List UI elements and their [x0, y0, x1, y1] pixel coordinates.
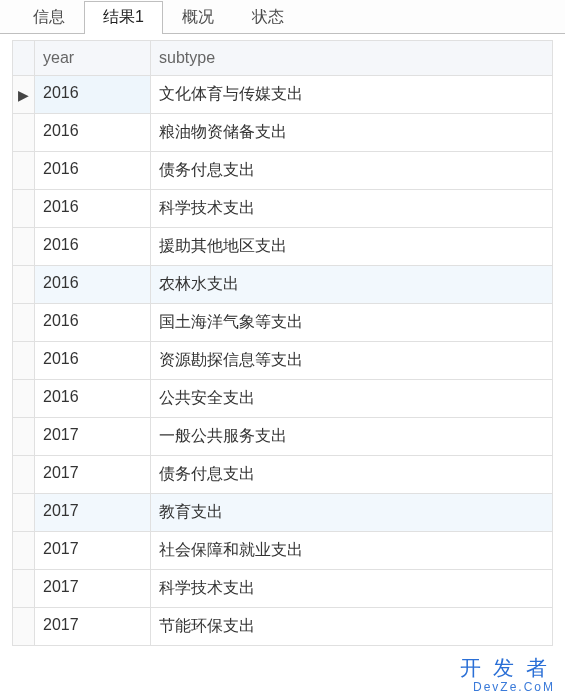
row-indicator [13, 152, 35, 189]
tab-status[interactable]: 状态 [233, 1, 303, 34]
table-row[interactable]: 2016 援助其他地区支出 [13, 228, 553, 266]
row-indicator [13, 494, 35, 531]
row-indicator [13, 608, 35, 645]
cell-subtype[interactable]: 社会保障和就业支出 [151, 532, 553, 569]
current-row-indicator-icon: ▶ [13, 76, 35, 113]
table-row[interactable]: 2017 债务付息支出 [13, 456, 553, 494]
cell-year[interactable]: 2016 [35, 266, 151, 303]
cell-subtype[interactable]: 援助其他地区支出 [151, 228, 553, 265]
cell-year[interactable]: 2017 [35, 456, 151, 493]
row-indicator [13, 456, 35, 493]
watermark-main: 开发者 [460, 656, 559, 679]
table-row[interactable]: 2017 科学技术支出 [13, 570, 553, 608]
cell-year[interactable]: 2016 [35, 76, 151, 113]
table-row[interactable]: 2016 国土海洋气象等支出 [13, 304, 553, 342]
table-row[interactable]: 2017 一般公共服务支出 [13, 418, 553, 456]
tab-info[interactable]: 信息 [14, 1, 84, 34]
cell-year[interactable]: 2017 [35, 532, 151, 569]
tab-overview[interactable]: 概况 [163, 1, 233, 34]
cell-subtype[interactable]: 资源勘探信息等支出 [151, 342, 553, 379]
cell-year[interactable]: 2016 [35, 190, 151, 227]
cell-subtype[interactable]: 公共安全支出 [151, 380, 553, 417]
cell-year[interactable]: 2017 [35, 494, 151, 531]
table-row[interactable]: 2016 科学技术支出 [13, 190, 553, 228]
table-row[interactable]: 2017 教育支出 [13, 494, 553, 532]
table-row[interactable]: 2017 社会保障和就业支出 [13, 532, 553, 570]
result-grid: year subtype ▶ 2016 文化体育与传媒支出 2016 粮油物资储… [12, 40, 553, 646]
column-header-subtype[interactable]: subtype [151, 41, 553, 75]
cell-subtype[interactable]: 节能环保支出 [151, 608, 553, 645]
cell-subtype[interactable]: 债务付息支出 [151, 152, 553, 189]
cell-year[interactable]: 2017 [35, 570, 151, 607]
row-indicator [13, 114, 35, 151]
table-row[interactable]: 2017 节能环保支出 [13, 608, 553, 646]
cell-year[interactable]: 2016 [35, 342, 151, 379]
watermark: 开发者 DevZe.CoM [460, 654, 559, 694]
table-row[interactable]: 2016 粮油物资储备支出 [13, 114, 553, 152]
cell-subtype[interactable]: 债务付息支出 [151, 456, 553, 493]
cell-year[interactable]: 2016 [35, 380, 151, 417]
column-header-year[interactable]: year [35, 41, 151, 75]
cell-subtype[interactable]: 科学技术支出 [151, 190, 553, 227]
cell-year[interactable]: 2017 [35, 418, 151, 455]
cell-subtype[interactable]: 科学技术支出 [151, 570, 553, 607]
watermark-sub: DevZe.CoM [460, 680, 559, 694]
table-row[interactable]: 2016 公共安全支出 [13, 380, 553, 418]
row-indicator [13, 418, 35, 455]
table-row[interactable]: ▶ 2016 文化体育与传媒支出 [13, 76, 553, 114]
cell-year[interactable]: 2016 [35, 304, 151, 341]
row-indicator [13, 532, 35, 569]
table-row[interactable]: 2016 债务付息支出 [13, 152, 553, 190]
cell-subtype[interactable]: 国土海洋气象等支出 [151, 304, 553, 341]
row-indicator [13, 342, 35, 379]
cell-subtype[interactable]: 粮油物资储备支出 [151, 114, 553, 151]
row-indicator [13, 304, 35, 341]
cell-subtype[interactable]: 一般公共服务支出 [151, 418, 553, 455]
cell-year[interactable]: 2017 [35, 608, 151, 645]
cell-subtype[interactable]: 农林水支出 [151, 266, 553, 303]
row-indicator [13, 380, 35, 417]
row-indicator [13, 266, 35, 303]
cell-year[interactable]: 2016 [35, 228, 151, 265]
cell-subtype[interactable]: 教育支出 [151, 494, 553, 531]
row-indicator-header [13, 41, 35, 75]
cell-year[interactable]: 2016 [35, 114, 151, 151]
tab-result1[interactable]: 结果1 [84, 1, 163, 34]
cell-subtype[interactable]: 文化体育与传媒支出 [151, 76, 553, 113]
row-indicator [13, 228, 35, 265]
row-indicator [13, 190, 35, 227]
row-indicator [13, 570, 35, 607]
tab-bar: 信息 结果1 概况 状态 [0, 0, 565, 34]
table-row[interactable]: 2016 资源勘探信息等支出 [13, 342, 553, 380]
grid-header-row: year subtype [13, 41, 553, 76]
table-row[interactable]: 2016 农林水支出 [13, 266, 553, 304]
cell-year[interactable]: 2016 [35, 152, 151, 189]
